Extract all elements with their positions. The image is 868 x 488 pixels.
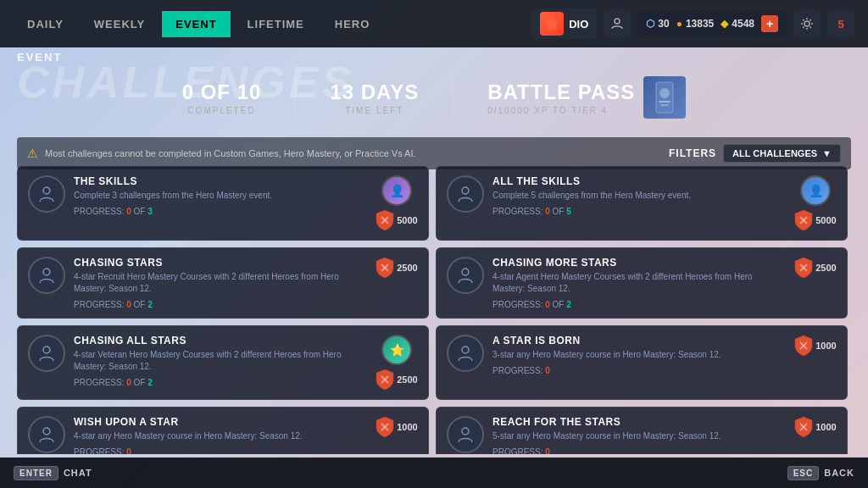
xp-badge: 5000 (376, 209, 417, 231)
challenge-card: REACH FOR THE STARS 5-star any Hero Mast… (436, 407, 848, 454)
completed-label: COMPLETED (182, 106, 262, 115)
bottom-right: ESC BACK (787, 466, 854, 480)
challenge-progress: PROGRESS: 0 OF 2 (74, 378, 367, 387)
challenge-title: A STAR IS BORN (492, 335, 786, 347)
svg-point-19 (43, 347, 50, 353)
challenge-description: Complete 3 challenges from the Hero Mast… (74, 190, 367, 202)
time-left-stat: 13 DAYS TIME LEFT (330, 80, 419, 115)
time-left-value: 13 DAYS (330, 80, 419, 104)
challenge-title: ALL THE SKILLS (492, 175, 786, 187)
challenge-rewards: 1000 (794, 335, 837, 357)
challenge-card: CHASING MORE STARS 4-star Agent Hero Mas… (436, 247, 848, 319)
challenge-rewards: 1000 (794, 416, 837, 438)
gem-value: 30 (658, 18, 669, 30)
challenge-description: Complete 5 challenges from the Hero Mast… (492, 190, 786, 202)
tab-hero[interactable]: HERO (321, 11, 384, 37)
challenge-icon (447, 416, 484, 453)
battle-pass-value: 0/10000 XP TO TIER 4 (487, 106, 635, 115)
svg-point-1 (615, 19, 620, 24)
coin-currency: ● 13835 (676, 18, 715, 30)
filter-label: FILTERS (669, 147, 716, 159)
gem-currency: ⬡ 30 (646, 18, 669, 30)
xp-value: 2500 (397, 263, 417, 273)
enter-key: ENTER (14, 466, 58, 480)
xp-value: 5000 (397, 215, 417, 225)
username: DIO (569, 18, 588, 30)
battle-pass-image (643, 76, 686, 119)
challenge-icon (28, 416, 65, 453)
hero-avatar: 👤 (381, 175, 412, 206)
hero-avatar: ⭐ (381, 335, 412, 365)
xp-badge: 2500 (794, 257, 836, 279)
challenge-progress: PROGRESS: 0 OF 5 (492, 207, 786, 216)
challenge-card: CHASING ALL STARS 4-star Veteran Hero Ma… (17, 325, 429, 400)
tab-lifetime[interactable]: LIFETIME (234, 11, 318, 37)
tab-event[interactable]: EVENT (162, 11, 230, 37)
user-avatar (540, 12, 564, 36)
enter-chat-button[interactable]: ENTER CHAT (14, 466, 92, 480)
filter-dropdown[interactable]: ALL CHALLENGES ▼ (723, 144, 841, 163)
xp-value: 2500 (397, 374, 417, 385)
tab-daily[interactable]: DAILY (14, 11, 77, 37)
friend-icon[interactable] (604, 10, 631, 37)
add-currency-button[interactable]: + (761, 15, 778, 32)
challenge-description: 4-star Veteran Hero Mastery Courses with… (74, 349, 367, 373)
tab-weekly[interactable]: WEEKLY (81, 11, 159, 37)
hero-avatar: 👤 (800, 175, 831, 206)
svg-rect-6 (660, 104, 669, 106)
currency-bar: ⬡ 30 ● 13835 ◆ 4548 + (637, 12, 787, 36)
challenge-content: REACH FOR THE STARS 5-star any Hero Mast… (492, 416, 786, 454)
xp-value: 1000 (397, 422, 417, 432)
challenge-content: A STAR IS BORN 3-star any Hero Mastery c… (492, 335, 786, 375)
svg-point-10 (462, 187, 469, 194)
challenge-icon (28, 175, 65, 213)
warning-bar: ⚠ Most challenges cannot be completed in… (17, 137, 851, 169)
chat-label: CHAT (64, 468, 92, 478)
coin-value: 13835 (686, 18, 714, 30)
svg-point-25 (43, 428, 50, 435)
challenge-progress: PROGRESS: 0 (492, 447, 786, 454)
challenge-icon (447, 335, 484, 372)
completed-stat: 0 OF 10 COMPLETED (182, 80, 262, 115)
filter-value: ALL CHALLENGES (732, 148, 817, 158)
challenge-rewards: ⭐ 2500 (376, 335, 418, 391)
challenge-progress: PROGRESS: 0 OF 3 (74, 207, 367, 216)
challenge-content: CHASING MORE STARS 4-star Agent Hero Mas… (492, 257, 786, 309)
xp-badge: 2500 (376, 369, 417, 391)
challenge-card: THE SKILLS Complete 3 challenges from th… (17, 166, 429, 241)
challenge-content: ALL THE SKILLS Complete 5 challenges fro… (492, 175, 786, 216)
chevron-down-icon: ▼ (822, 148, 832, 158)
xp-value: 2500 (815, 263, 836, 273)
battle-pass-label: BATTLE PASS (487, 80, 635, 104)
challenge-title: WISH UPON A STAR (74, 416, 367, 428)
gold-currency: ◆ 4548 (721, 18, 754, 30)
challenge-description: 3-star any Hero Mastery course in Hero M… (492, 349, 786, 361)
challenge-card: WISH UPON A STAR 4-star any Hero Mastery… (17, 407, 429, 454)
svg-point-28 (462, 428, 469, 435)
warning-icon: ⚠ (27, 147, 38, 160)
challenge-content: THE SKILLS Complete 3 challenges from th… (74, 175, 367, 216)
challenge-rewards: 1000 (376, 416, 418, 438)
user-info: DIO (531, 8, 597, 39)
challenge-content: CHASING ALL STARS 4-star Veteran Hero Ma… (74, 335, 367, 387)
challenge-progress: PROGRESS: 0 (492, 366, 786, 375)
xp-badge: 1000 (794, 335, 836, 357)
esc-key: ESC (787, 466, 820, 480)
gold-value: 4548 (732, 18, 754, 30)
top-navigation: DAILY WEEKLY EVENT LIFETIME HERO DIO ⬡ 3… (0, 0, 868, 47)
challenge-card: A STAR IS BORN 3-star any Hero Mastery c… (436, 325, 848, 400)
challenge-icon (447, 175, 484, 213)
stat-separator-1 (295, 80, 296, 114)
back-button[interactable]: ESC BACK (787, 466, 854, 480)
challenge-card: ALL THE SKILLS Complete 5 challenges fro… (436, 166, 848, 241)
stat-separator-2 (453, 80, 453, 114)
warning-text: Most challenges cannot be completed in C… (45, 148, 416, 158)
xp-value: 1000 (815, 341, 836, 351)
svg-rect-5 (659, 101, 670, 103)
challenge-description: 4-star Recruit Hero Mastery Courses with… (74, 271, 367, 295)
challenge-content: CHASING STARS 4-star Recruit Hero Master… (74, 257, 367, 309)
challenge-title: REACH FOR THE STARS (492, 416, 786, 428)
notification-icon[interactable]: 5 (827, 10, 854, 37)
challenge-progress: PROGRESS: 0 OF 2 (492, 300, 786, 309)
settings-icon[interactable] (793, 10, 821, 37)
